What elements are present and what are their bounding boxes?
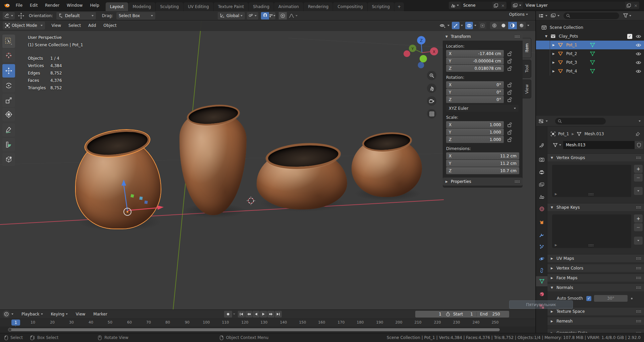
shading-solid-button[interactable]: [499, 22, 508, 29]
location-y-row[interactable]: Y-0.000004 cm: [446, 57, 523, 64]
sidebar-tab-tool[interactable]: Tool: [523, 60, 531, 78]
dimensions-z-row[interactable]: Z10.7 cm: [446, 167, 523, 174]
panel-remesh-header[interactable]: ▶Remesh: [547, 317, 644, 325]
view-layer-icon[interactable]: [511, 3, 523, 8]
current-frame-badge[interactable]: 1: [11, 320, 20, 326]
panel-vertex-colors-header[interactable]: ▶Vertex Colors: [547, 264, 644, 272]
dimensions-y-row[interactable]: Y11.2 cm: [446, 160, 523, 167]
zoom-view-button[interactable]: [427, 71, 436, 80]
animate-property-dot[interactable]: [631, 298, 633, 299]
new-view-layer-icon[interactable]: [625, 3, 632, 8]
workspace-tab-modeling[interactable]: Modeling: [128, 2, 156, 11]
end-value[interactable]: 250: [492, 312, 500, 316]
menu-render[interactable]: Render: [41, 0, 63, 11]
lock-open-icon[interactable]: [507, 137, 512, 142]
mesh-datablock-dropdown[interactable]: [551, 141, 563, 149]
options-dropdown[interactable]: Options: [509, 12, 528, 17]
workspace-tab-texture-paint[interactable]: Texture Paint: [214, 2, 248, 11]
workspace-tab-compositing[interactable]: Compositing: [333, 2, 367, 11]
vertex-groups-list[interactable]: ▶: [552, 165, 631, 197]
tab-constraints[interactable]: [536, 265, 547, 275]
auto-keying-toggle[interactable]: [224, 311, 232, 317]
shading-material-button[interactable]: [508, 22, 517, 29]
panel-shape-keys-header[interactable]: ▼Shape Keys: [547, 203, 644, 211]
collection-expand-icon[interactable]: ▼: [545, 35, 548, 38]
visibility-eye-icon[interactable]: [636, 43, 641, 47]
panel-uv-maps-header[interactable]: ▶UV Maps: [547, 254, 644, 262]
list-grip[interactable]: [588, 193, 594, 196]
outliner-display-mode-dropdown[interactable]: [539, 13, 547, 18]
pivot-point-dropdown[interactable]: [247, 12, 258, 19]
previous-keyframe-button[interactable]: [245, 311, 252, 317]
lock-open-icon[interactable]: [507, 51, 512, 56]
collection-label[interactable]: Clay_Pots: [559, 34, 578, 39]
transform-orientation-dropdown[interactable]: Global: [218, 12, 245, 19]
object-name[interactable]: Pot_4: [566, 69, 577, 74]
menu-view-timeline[interactable]: View: [72, 310, 89, 318]
tab-particles[interactable]: [536, 242, 547, 252]
auto-smooth-angle-field[interactable]: 30°: [594, 295, 628, 302]
outliner-filter-dropdown[interactable]: [551, 13, 559, 18]
object-expand-icon[interactable]: ▶: [552, 61, 556, 64]
menu-playback[interactable]: Playback: [18, 310, 46, 318]
visibility-eye-icon[interactable]: [636, 34, 641, 39]
outliner-search-input[interactable]: [564, 12, 619, 19]
tool-measure[interactable]: [2, 138, 15, 151]
tab-world[interactable]: [536, 204, 547, 214]
timeline-ruler[interactable]: 1 10 20 30 40 50 60 70 80 90 100 110 120…: [0, 319, 535, 327]
shape-keys-list[interactable]: ▶: [552, 214, 631, 248]
pin-icon[interactable]: [636, 132, 640, 136]
workspace-tab-uv-editing[interactable]: UV Editing: [183, 2, 213, 11]
tab-material[interactable]: [536, 289, 547, 299]
lock-open-icon[interactable]: [507, 130, 512, 135]
list-grip[interactable]: [588, 244, 594, 247]
auto-smooth-checkbox[interactable]: ✓: [586, 296, 591, 301]
tool-scale[interactable]: [2, 94, 15, 107]
tab-modifiers[interactable]: [536, 230, 547, 240]
menu-file[interactable]: File: [12, 0, 26, 11]
workspace-tab-animation[interactable]: Animation: [274, 2, 303, 11]
location-x-row[interactable]: X-17.404 cm: [446, 50, 523, 57]
rotation-x-row[interactable]: X0°: [446, 81, 523, 88]
next-keyframe-button[interactable]: [267, 311, 274, 317]
lock-open-icon[interactable]: [507, 66, 512, 71]
panel-grip[interactable]: [515, 180, 520, 183]
object-name[interactable]: Pot_3: [566, 60, 577, 65]
timeline-editor-type-dropdown[interactable]: [3, 310, 13, 318]
tab-tool[interactable]: [536, 140, 547, 150]
workspace-tab-layout[interactable]: Layout: [106, 2, 128, 11]
shading-wireframe-button[interactable]: [490, 22, 499, 29]
tab-scene[interactable]: [536, 192, 547, 202]
object-name[interactable]: Pot_1: [566, 43, 577, 47]
scale-x-row[interactable]: X1.000: [446, 121, 523, 128]
active-tool-dropdown[interactable]: [3, 12, 15, 19]
overlays-toggle[interactable]: [465, 22, 473, 29]
view-layer-selector[interactable]: View Layer ×: [511, 2, 639, 9]
blender-logo-icon[interactable]: [0, 3, 12, 8]
view-layer-name-field[interactable]: View Layer: [523, 2, 625, 9]
tab-object-data-active[interactable]: [536, 276, 547, 286]
play-reverse-button[interactable]: [253, 311, 260, 317]
stopwatch-icon[interactable]: [446, 312, 450, 316]
outliner-row-pot1[interactable]: ▶ Pot_1: [536, 41, 644, 49]
tool-add-cube[interactable]: [2, 153, 15, 166]
tool-cursor[interactable]: [2, 49, 15, 62]
panel-grip[interactable]: [515, 35, 520, 38]
toggle-ortho-button[interactable]: [427, 109, 436, 118]
visibility-eye-icon[interactable]: [636, 69, 641, 74]
snap-settings-dropdown[interactable]: [269, 12, 275, 19]
move-gizmo[interactable]: [111, 172, 169, 220]
workspace-tab-rendering[interactable]: Rendering: [304, 2, 333, 11]
mesh-name-field[interactable]: Mesh.013: [563, 141, 635, 149]
outliner-row-collection[interactable]: ▼ Clay_Pots ✓: [536, 32, 644, 41]
lock-open-icon[interactable]: [507, 90, 512, 95]
properties-options-dropdown[interactable]: [639, 120, 641, 122]
lock-open-icon[interactable]: [507, 58, 512, 63]
fake-user-shield-button[interactable]: [635, 141, 643, 149]
play-button[interactable]: [260, 311, 267, 317]
snap-toggle[interactable]: [261, 12, 269, 19]
rotation-z-row[interactable]: Z0°: [446, 96, 523, 103]
outliner-row-scene-collection[interactable]: Scene Collection: [536, 23, 644, 32]
xray-toggle[interactable]: [479, 22, 486, 29]
scene-selector[interactable]: Scene ×: [449, 2, 506, 9]
